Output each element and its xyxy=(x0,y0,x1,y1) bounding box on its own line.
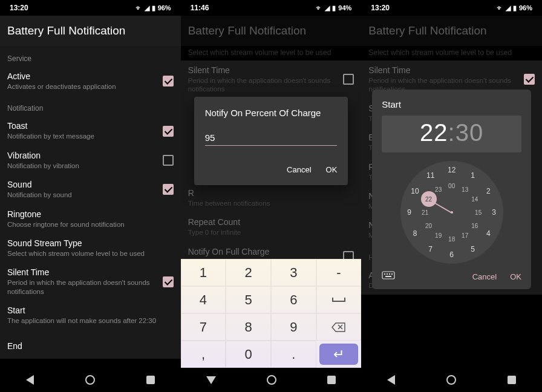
key-1[interactable]: 1 xyxy=(181,259,226,286)
checkbox-active[interactable] xyxy=(163,76,174,87)
time-picker-dialog: Start 22:30 1212345678910110013141516171… xyxy=(372,90,531,289)
key-6[interactable]: 6 xyxy=(271,286,316,313)
timepicker-minutes[interactable]: 30 xyxy=(455,119,484,146)
clock-hour-13[interactable]: 13 xyxy=(462,186,468,192)
dialog-ok-button[interactable]: OK xyxy=(326,165,338,174)
clock-hour-selected[interactable]: 22 xyxy=(421,191,437,207)
row-start[interactable]: Start The application will not make soun… xyxy=(0,301,181,330)
nav-recents-icon[interactable] xyxy=(327,376,336,384)
keyboard-input-icon[interactable] xyxy=(382,271,395,282)
clock-hour-21[interactable]: 21 xyxy=(422,209,428,216)
checkbox-silent[interactable] xyxy=(163,276,174,287)
signal-icon: ◢ xyxy=(145,4,149,12)
dialog-cancel-button[interactable]: Cancel xyxy=(287,165,311,174)
percent-input[interactable] xyxy=(205,130,338,146)
key-7[interactable]: 7 xyxy=(181,313,226,341)
key-comma[interactable]: , xyxy=(181,341,226,368)
clock-hour-10[interactable]: 10 xyxy=(411,187,419,195)
time-colon: : xyxy=(448,119,455,146)
key-4[interactable]: 4 xyxy=(181,286,226,313)
clock-hour-14[interactable]: 14 xyxy=(471,196,478,203)
row-toast[interactable]: Toast Notification by text message xyxy=(0,116,181,145)
clock-hour-23[interactable]: 23 xyxy=(435,186,442,192)
status-icons: ᯤ ◢ ▮ 94% xyxy=(316,4,351,12)
nav-back-icon[interactable] xyxy=(26,375,34,385)
key-dot[interactable]: . xyxy=(271,341,316,368)
svg-rect-2 xyxy=(387,273,388,275)
battery-percent: 96% xyxy=(158,4,171,11)
row-repeat-count: Repeat Count Type 0 for infinite xyxy=(181,212,362,241)
status-icons: ᯤ ◢ ▮ 96% xyxy=(136,4,171,12)
timepicker-ok-button[interactable]: OK xyxy=(510,272,521,281)
clock-face[interactable]: 121234567891011001314151617181920212223 xyxy=(400,161,503,264)
battery-percent: 96% xyxy=(519,4,532,11)
key-backspace[interactable] xyxy=(316,313,362,341)
clock-hour-20[interactable]: 20 xyxy=(425,223,432,229)
row-end[interactable]: End xyxy=(0,330,181,359)
key-minus[interactable]: - xyxy=(316,259,362,286)
clock-hour-9[interactable]: 9 xyxy=(407,208,411,217)
key-8[interactable]: 8 xyxy=(226,313,271,341)
row-ringtone[interactable]: Ringtone Choose ringtone for sound notif… xyxy=(0,204,181,234)
key-enter[interactable]: ↵ xyxy=(319,344,359,365)
numeric-keypad: 1 2 3 - 4 5 6 7 8 9 , 0 . ↵ xyxy=(181,259,362,368)
statusbar: 11:46 ᯤ ◢ ▮ 94% xyxy=(181,0,362,16)
row-active[interactable]: Active Activates or deactivates applicat… xyxy=(0,67,181,96)
wifi-icon: ᯤ xyxy=(497,4,503,11)
android-navbar xyxy=(181,368,362,392)
checkbox-silent-bg xyxy=(343,74,354,85)
stream-subtitle: Select which stream volume level to be u… xyxy=(361,46,542,60)
nav-hide-keyboard-icon[interactable] xyxy=(206,376,216,384)
battery-percent: 94% xyxy=(338,4,351,11)
nav-recents-icon[interactable] xyxy=(146,376,155,384)
status-time: 13:20 xyxy=(10,4,28,12)
clock-hour-8[interactable]: 8 xyxy=(413,229,417,238)
timepicker-title: Start xyxy=(382,99,521,109)
key-2[interactable]: 2 xyxy=(226,259,271,286)
checkbox-vibration[interactable] xyxy=(163,155,174,166)
clock-hour-00[interactable]: 00 xyxy=(448,183,455,189)
key-3[interactable]: 3 xyxy=(271,259,316,286)
row-vibration[interactable]: Vibration Notification by vibration xyxy=(0,146,181,175)
nav-back-icon[interactable] xyxy=(387,375,395,385)
clock-hour-3[interactable]: 3 xyxy=(492,208,496,217)
clock-hour-4[interactable]: 4 xyxy=(486,229,491,238)
nav-home-icon[interactable] xyxy=(446,375,456,385)
clock-hour-15[interactable]: 15 xyxy=(475,209,482,216)
clock-hour-16[interactable]: 16 xyxy=(471,223,478,229)
svg-rect-5 xyxy=(385,276,391,277)
row-silent-bg: Silent Time Period in which the applicat… xyxy=(181,60,362,99)
row-silent-time[interactable]: Silent Time Period in which the applicat… xyxy=(0,263,181,301)
clock-hour-6[interactable]: 6 xyxy=(449,250,454,259)
clock-hour-19[interactable]: 19 xyxy=(435,232,442,239)
row-stream-type[interactable]: Sound Stream Type Select which stream vo… xyxy=(0,234,181,263)
clock-hour-2[interactable]: 2 xyxy=(486,187,491,195)
wifi-icon: ᯤ xyxy=(136,4,142,11)
key-5[interactable]: 5 xyxy=(226,286,271,313)
timepicker-hours[interactable]: 22 xyxy=(420,119,448,146)
stream-subtitle: Select which stream volume level to be u… xyxy=(181,46,362,60)
checkbox-toast[interactable] xyxy=(163,126,174,137)
row-sound[interactable]: Sound Notification by sound xyxy=(0,175,181,204)
key-space[interactable] xyxy=(316,286,362,313)
clock-hour-5[interactable]: 5 xyxy=(471,245,475,253)
app-title: Battery Full Notification xyxy=(0,16,181,46)
checkbox-sound[interactable] xyxy=(163,184,174,195)
clock-hour-11[interactable]: 11 xyxy=(426,171,434,180)
nav-home-icon[interactable] xyxy=(85,375,95,385)
svg-rect-1 xyxy=(384,273,385,275)
nav-recents-icon[interactable] xyxy=(508,376,516,384)
key-0[interactable]: 0 xyxy=(226,341,271,368)
timepicker-cancel-button[interactable]: Cancel xyxy=(472,272,497,281)
clock-hour-7[interactable]: 7 xyxy=(428,245,433,253)
key-9[interactable]: 9 xyxy=(271,313,316,341)
row-repeat-s: R Time between notifications xyxy=(181,183,362,212)
svg-rect-0 xyxy=(382,272,394,279)
statusbar: 13:20 ᯤ ◢ ▮ 96% xyxy=(361,0,542,16)
signal-icon: ◢ xyxy=(325,4,330,12)
nav-home-icon[interactable] xyxy=(267,375,276,385)
clock-hour-18[interactable]: 18 xyxy=(448,236,455,243)
clock-hour-12[interactable]: 12 xyxy=(448,166,455,174)
clock-hour-1[interactable]: 1 xyxy=(471,171,475,180)
clock-hour-17[interactable]: 17 xyxy=(462,232,468,239)
